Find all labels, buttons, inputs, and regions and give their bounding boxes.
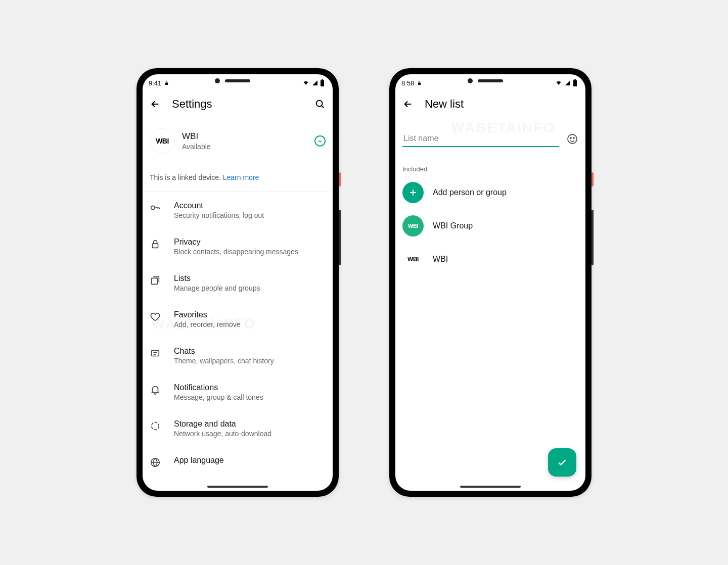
chat-icon <box>150 348 161 359</box>
power-button <box>339 172 341 186</box>
power-button <box>592 172 594 186</box>
setting-title: Account <box>174 201 326 210</box>
setting-item-storage-and-data[interactable]: Storage and dataNetwork usage, auto-down… <box>143 410 333 447</box>
signal-icon <box>311 80 318 86</box>
profile-avatar: WBI <box>150 128 175 154</box>
section-label: Included <box>395 151 585 176</box>
svg-rect-9 <box>573 80 577 86</box>
nav-indicator <box>207 486 268 488</box>
profile-status: Available <box>182 143 307 151</box>
list-item[interactable]: Add person or group <box>395 176 585 209</box>
page-title: New list <box>425 98 578 111</box>
app-bar: New list <box>395 91 585 119</box>
status-bar: 8:58 <box>395 74 585 91</box>
profile-name: WBI <box>182 131 307 142</box>
svg-rect-0 <box>321 80 324 86</box>
svg-point-11 <box>568 134 577 144</box>
setting-item-lists[interactable]: ListsManage people and groups <box>143 265 333 301</box>
svg-rect-4 <box>153 244 158 248</box>
check-icon <box>557 457 568 468</box>
svg-point-13 <box>573 137 574 138</box>
setting-subtitle: Security notifications, log out <box>174 211 326 219</box>
svg-rect-10 <box>574 79 576 80</box>
screen-left: 9:41 Settings WBI WBI Available <box>143 74 333 491</box>
list-item-label: WBI Group <box>433 221 473 230</box>
setting-subtitle: Network usage, auto-download <box>174 430 326 438</box>
plus-icon <box>402 182 424 203</box>
list-icon <box>150 275 161 286</box>
nav-indicator <box>460 486 521 488</box>
setting-item-notifications[interactable]: NotificationsMessage, group & call tones <box>143 374 333 410</box>
setting-title: Privacy <box>174 238 326 247</box>
setting-item-account[interactable]: AccountSecurity notifications, log out <box>143 192 333 228</box>
list-name-input[interactable] <box>402 131 559 147</box>
setting-subtitle: Message, group & call tones <box>174 393 326 401</box>
status-time: 8:58 <box>401 79 414 87</box>
linked-text: This is a linked device. <box>150 173 223 181</box>
svg-point-3 <box>151 206 155 209</box>
svg-point-12 <box>570 137 571 138</box>
setting-subtitle: Manage people and groups <box>174 284 326 292</box>
list-item-label: Add person or group <box>433 188 507 197</box>
group-avatar: WBI <box>402 215 424 237</box>
lock-mini-icon <box>164 80 169 86</box>
heart-icon <box>150 311 161 322</box>
list-item-label: WBI <box>433 255 448 264</box>
setting-title: Favorites <box>174 310 326 319</box>
svg-rect-1 <box>322 79 323 80</box>
input-row <box>395 119 585 151</box>
storage-icon <box>150 420 161 432</box>
setting-title: Lists <box>174 274 326 283</box>
back-icon[interactable] <box>150 99 161 110</box>
lock-mini-icon <box>417 80 422 86</box>
linked-device-notice: This is a linked device. Learn more <box>143 163 333 192</box>
setting-item-favorites[interactable]: FavoritesAdd, reorder, remove <box>143 301 333 338</box>
setting-item-app-language[interactable]: App language <box>143 447 333 477</box>
setting-title: Chats <box>174 347 326 356</box>
confirm-fab[interactable] <box>548 448 576 477</box>
page-title: Settings <box>172 98 303 111</box>
status-time: 9:41 <box>149 79 161 87</box>
lock-icon <box>150 239 161 250</box>
wifi-icon <box>302 80 310 86</box>
wifi-icon <box>555 80 563 86</box>
setting-item-chats[interactable]: ChatsTheme, wallpapers, chat history <box>143 338 333 374</box>
emoji-icon[interactable] <box>566 133 578 145</box>
contact-avatar: WBI <box>402 249 424 270</box>
volume-button <box>592 210 594 265</box>
globe-icon <box>150 457 161 468</box>
battery-icon <box>573 79 577 86</box>
svg-rect-5 <box>152 278 158 284</box>
profile-row[interactable]: WBI WBI Available <box>143 119 333 163</box>
battery-icon <box>320 79 325 86</box>
volume-button <box>339 210 341 265</box>
key-icon <box>150 202 161 213</box>
setting-title: Notifications <box>174 383 326 392</box>
setting-subtitle: Block contacts, disappearing messages <box>174 248 326 256</box>
check-circle-icon <box>314 135 326 147</box>
setting-subtitle: Add, reorder, remove <box>174 320 326 328</box>
signal-icon <box>564 80 571 86</box>
back-icon[interactable] <box>402 99 414 110</box>
screen-right: 8:58 New list WABETAINFO Included Add pe… <box>395 74 585 491</box>
setting-title: App language <box>174 456 326 465</box>
phone-frame-left: 9:41 Settings WBI WBI Available <box>136 68 339 497</box>
svg-point-7 <box>152 422 159 430</box>
setting-subtitle: Theme, wallpapers, chat history <box>174 357 326 365</box>
svg-point-2 <box>316 101 323 107</box>
status-bar: 9:41 <box>143 74 333 91</box>
app-bar: Settings <box>143 91 333 119</box>
phone-frame-right: 8:58 New list WABETAINFO Included Add pe… <box>389 68 592 497</box>
svg-rect-6 <box>152 351 159 356</box>
setting-title: Storage and data <box>174 419 326 429</box>
bell-icon <box>150 384 161 395</box>
learn-more-link[interactable]: Learn more <box>223 173 259 181</box>
setting-item-privacy[interactable]: PrivacyBlock contacts, disappearing mess… <box>143 228 333 265</box>
list-item[interactable]: WBIWBI <box>395 243 585 276</box>
search-icon[interactable] <box>314 99 326 110</box>
list-item[interactable]: WBIWBI Group <box>395 209 585 243</box>
